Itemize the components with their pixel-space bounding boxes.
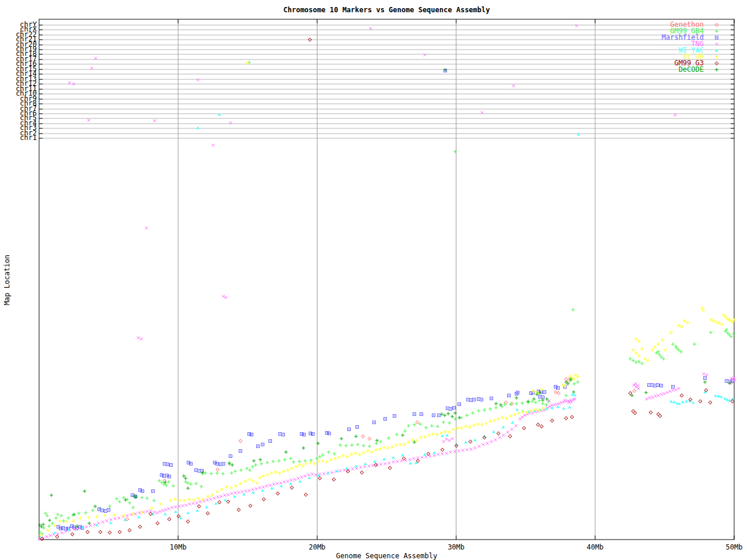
series-genethon bbox=[125, 376, 733, 521]
legend-label-decode: DeCODE bbox=[654, 67, 704, 72]
x-axis-label: Genome Sequence Assembly bbox=[39, 552, 734, 560]
x-tick-20mb: 20Mb bbox=[309, 543, 326, 551]
legend: GenethonGM99 GB4MarshfieldTNGWI YACWI RH… bbox=[654, 22, 729, 73]
legend-marker-marshfield-icon bbox=[704, 34, 729, 41]
x-tick-30mb: 30Mb bbox=[448, 543, 465, 551]
x-tick-10mb: 10Mb bbox=[170, 543, 187, 551]
legend-marker-genethon-icon bbox=[704, 22, 729, 28]
x-tick-50mb: 50Mb bbox=[726, 543, 743, 551]
legend-marker-wi-yac-icon bbox=[704, 47, 729, 54]
legend-marker-gm99-gb4-icon bbox=[704, 28, 729, 34]
chrom-label-chr1: chr1 bbox=[20, 135, 37, 141]
legend-marker-gm99-g3-icon bbox=[704, 60, 729, 66]
series-tng bbox=[39, 24, 736, 541]
legend-marker-wi-rh-icon bbox=[704, 54, 729, 60]
legend-marker-tng-icon bbox=[704, 41, 729, 47]
legend-row-decode: DeCODE bbox=[654, 66, 729, 73]
chart-window: Chromosome 10 Markers vs Genome Sequence… bbox=[0, 0, 747, 560]
series-gm99-g3 bbox=[40, 38, 734, 541]
series-wi-rh bbox=[39, 61, 736, 537]
series-wi-yac bbox=[39, 113, 734, 538]
scatter-plot-canvas bbox=[0, 0, 747, 560]
x-tick-40mb: 40Mb bbox=[587, 543, 603, 551]
series-gm99-gb4 bbox=[38, 61, 735, 536]
legend-marker-decode-icon bbox=[704, 66, 729, 73]
